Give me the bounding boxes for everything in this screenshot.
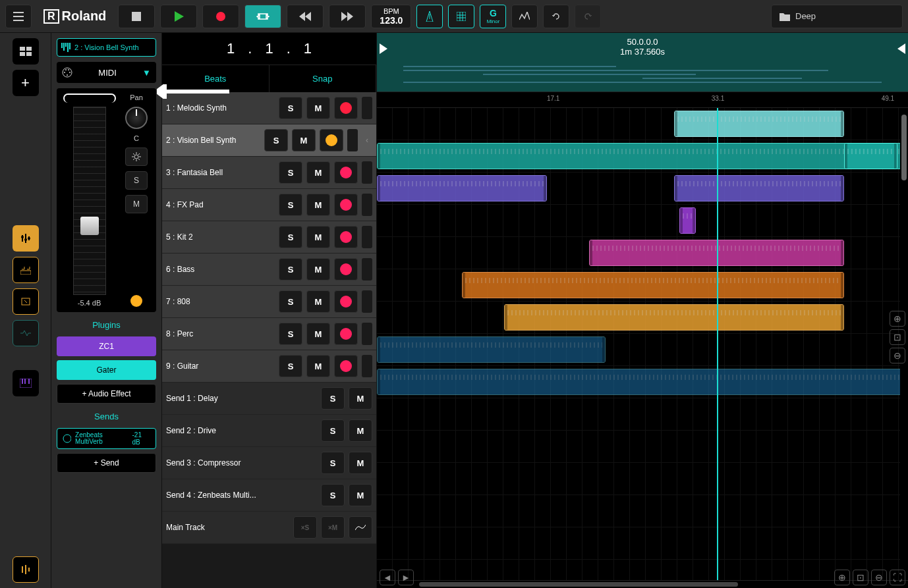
mute-button[interactable]: M <box>306 226 330 248</box>
mute-button[interactable]: M <box>306 323 330 345</box>
track-row[interactable]: 4 : FX PadSM <box>162 189 376 221</box>
volume-fader[interactable] <box>73 107 106 295</box>
record-arm-button[interactable] <box>334 97 358 119</box>
solo-button[interactable]: S <box>321 419 345 442</box>
menu-button[interactable] <box>5 5 32 28</box>
overview-strip[interactable]: 50.0.0.0 1m 37.560s <box>377 33 908 92</box>
solo-button[interactable]: S <box>321 387 345 410</box>
plugin-gater[interactable]: Gater <box>57 360 156 380</box>
snap-button[interactable]: Snap <box>270 65 377 92</box>
mute-button[interactable]: M <box>349 452 372 474</box>
clips-row[interactable] <box>377 173 908 205</box>
solo-button[interactable]: S <box>279 355 302 377</box>
fullscreen-button[interactable]: ⛶ <box>890 570 905 585</box>
plugin-tool-button[interactable] <box>13 257 39 283</box>
loop-button[interactable] <box>244 5 281 28</box>
clip[interactable] <box>674 175 844 201</box>
mixer-icon-button[interactable] <box>511 5 538 28</box>
solo-button[interactable]: S <box>279 290 302 313</box>
clips-row[interactable] <box>377 140 908 173</box>
mute-button[interactable]: M <box>306 97 330 119</box>
horizontal-scrollbar[interactable] <box>377 580 908 588</box>
send-track-row[interactable]: Send 4 : Zenbeats Multi...SM <box>162 479 376 512</box>
clips-row[interactable] <box>377 302 908 334</box>
stop-button[interactable] <box>118 5 155 28</box>
bpm-display[interactable]: BPM 123.0 <box>371 5 411 28</box>
track-row[interactable]: 6 : BassSM <box>162 254 376 286</box>
solo-button[interactable]: S <box>279 161 302 184</box>
mute-mini-button[interactable]: M <box>125 195 148 213</box>
record-arm-button[interactable] <box>334 323 358 345</box>
collapse-button[interactable]: ‹ <box>362 129 372 151</box>
automation-tool-button[interactable] <box>13 320 39 346</box>
clip[interactable] <box>377 336 606 363</box>
undo-button[interactable] <box>543 5 569 28</box>
clip[interactable] <box>679 207 695 234</box>
send-track-row[interactable]: Send 3 : CompressorSM <box>162 447 376 479</box>
clips-row[interactable] <box>377 398 908 431</box>
track-row[interactable]: 3 : Fantasia BellSM <box>162 157 376 189</box>
clips-row[interactable] <box>377 237 908 269</box>
send-row-1[interactable]: Zenbeats MultiVerb -21 dB <box>57 428 156 449</box>
browser-button[interactable] <box>13 38 39 65</box>
mute-button[interactable]: M <box>306 161 330 184</box>
pan-knob[interactable] <box>125 107 148 129</box>
record-arm-button[interactable] <box>334 194 358 216</box>
clip[interactable] <box>377 143 908 169</box>
send-track-row[interactable]: Send 1 : DelaySM <box>162 383 376 415</box>
automation-button[interactable] <box>349 516 372 539</box>
timeline-ruler[interactable]: 17.133.149.1 <box>377 92 908 108</box>
solo-button[interactable]: S <box>279 194 302 216</box>
mute-button[interactable]: M <box>306 258 330 281</box>
record-arm-button[interactable] <box>334 161 358 184</box>
main-mute-button[interactable]: ×M <box>321 516 345 539</box>
redo-button[interactable] <box>575 5 601 28</box>
record-arm-button[interactable] <box>334 290 358 313</box>
rewind-button[interactable] <box>287 5 324 28</box>
play-button[interactable] <box>160 5 197 28</box>
clip[interactable] <box>377 175 547 201</box>
clip[interactable] <box>462 272 844 298</box>
mute-button[interactable]: M <box>349 484 372 506</box>
v-zoom-fit-button[interactable]: ⊡ <box>890 329 905 345</box>
mute-button[interactable]: M <box>349 419 372 442</box>
record-arm-button[interactable] <box>334 355 358 377</box>
track-row[interactable]: 8 : PercSM <box>162 318 376 350</box>
mixer-button[interactable] <box>13 556 39 583</box>
main-track-row[interactable]: Main Track×S×M <box>162 512 376 544</box>
add-button[interactable]: + <box>13 70 39 96</box>
piano-button[interactable] <box>13 370 39 396</box>
main-solo-button[interactable]: ×S <box>293 516 317 539</box>
h-zoom-out-button[interactable]: ⊖ <box>871 570 887 585</box>
scroll-left-button[interactable]: ◄ <box>380 570 395 585</box>
vscroll-thumb[interactable] <box>901 115 907 180</box>
clips-row[interactable] <box>377 527 908 560</box>
solo-mini-button[interactable]: S <box>125 171 148 190</box>
hscroll-thumb[interactable] <box>419 582 738 587</box>
record-button[interactable] <box>202 5 239 28</box>
fader-handle[interactable] <box>80 217 99 235</box>
record-arm-button[interactable] <box>334 226 358 248</box>
clips-row[interactable] <box>377 334 908 366</box>
project-folder[interactable]: Deep <box>771 5 903 28</box>
edit-tool-button[interactable] <box>13 225 39 252</box>
mute-button[interactable]: M <box>292 129 316 151</box>
rec-arm-indicator[interactable] <box>130 295 142 307</box>
mute-button[interactable]: M <box>306 355 330 377</box>
track-row[interactable]: 7 : 808SM <box>162 286 376 318</box>
h-zoom-fit-button[interactable]: ⊡ <box>853 570 868 585</box>
solo-button[interactable]: S <box>279 258 302 281</box>
forward-button[interactable] <box>329 5 366 28</box>
solo-button[interactable]: S <box>279 226 302 248</box>
grid-button[interactable] <box>448 5 474 28</box>
solo-button[interactable]: S <box>321 484 345 506</box>
midi-selector[interactable]: MIDI ▼ <box>57 62 156 83</box>
solo-button[interactable]: S <box>321 452 345 474</box>
clip[interactable] <box>844 143 897 169</box>
clips-row[interactable] <box>377 269 908 302</box>
clips-row[interactable] <box>377 431 908 463</box>
tracks-scroll[interactable]: 1 : Melodic SynthSM2 : Vision Bell Synth… <box>162 92 376 588</box>
h-zoom-in-button[interactable]: ⊕ <box>834 570 850 585</box>
solo-button[interactable]: S <box>279 323 302 345</box>
settings-mini-button[interactable] <box>125 147 148 166</box>
